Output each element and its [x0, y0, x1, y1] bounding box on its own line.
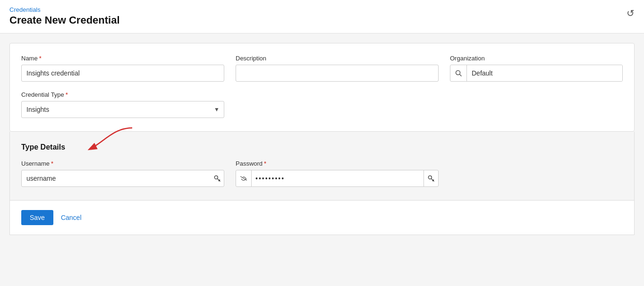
name-input[interactable]: [21, 65, 224, 82]
credential-type-select-wrapper: Insights Machine Network SCM Cloud Vault…: [21, 101, 224, 118]
credential-form-section: Name* Description Organization: [9, 43, 635, 132]
form-row-1: Name* Description Organization: [21, 55, 623, 82]
password-input[interactable]: [252, 170, 424, 186]
description-input[interactable]: [236, 65, 439, 82]
page-header: Credentials Create New Credential ↺: [0, 0, 644, 34]
form-row-2: Credential Type* Insights Machine Networ…: [21, 91, 623, 118]
org-search-icon[interactable]: [450, 65, 467, 81]
organization-input[interactable]: [467, 65, 622, 81]
credential-type-group: Credential Type* Insights Machine Networ…: [21, 91, 224, 118]
username-required: *: [51, 160, 53, 167]
key-icon: [214, 175, 220, 182]
password-group: Password*: [236, 160, 439, 187]
type-details-fields: Username* Pas: [21, 160, 623, 187]
username-group: Username*: [21, 160, 224, 187]
description-group: Description: [236, 55, 439, 82]
page-content: Name* Description Organization: [0, 34, 644, 244]
type-details-section: Type Details Username*: [9, 132, 635, 201]
username-key-button[interactable]: [214, 175, 220, 182]
save-button[interactable]: Save: [21, 210, 53, 225]
breadcrumb-credentials[interactable]: Credentials: [9, 6, 41, 13]
password-key-button[interactable]: [424, 170, 438, 186]
password-field-wrapper: [236, 170, 439, 187]
credential-type-label: Credential Type*: [21, 91, 224, 98]
name-required: *: [39, 55, 42, 62]
svg-line-1: [460, 75, 462, 76]
name-group: Name*: [21, 55, 224, 82]
cancel-button[interactable]: Cancel: [59, 210, 84, 225]
eye-off-icon: [240, 176, 247, 181]
history-icon: ↺: [627, 8, 635, 18]
username-input-wrapper: [21, 170, 224, 187]
page-title: Create New Credential: [9, 14, 635, 26]
history-icon-button[interactable]: ↺: [627, 8, 635, 19]
password-label: Password*: [236, 160, 439, 167]
username-input[interactable]: [21, 170, 224, 187]
organization-input-wrapper: [450, 65, 623, 82]
type-details-title: Type Details: [21, 143, 623, 151]
credential-type-select[interactable]: Insights Machine Network SCM Cloud Vault: [21, 101, 224, 118]
cred-type-required: *: [66, 91, 68, 98]
organization-group: Organization: [450, 55, 623, 82]
organization-label: Organization: [450, 55, 623, 62]
password-required: *: [264, 160, 266, 167]
password-key-icon: [428, 175, 434, 182]
footer-section: Save Cancel: [9, 201, 635, 235]
password-visibility-toggle[interactable]: [236, 170, 252, 186]
username-label: Username*: [21, 160, 224, 167]
description-label: Description: [236, 55, 439, 62]
name-label: Name*: [21, 55, 224, 62]
